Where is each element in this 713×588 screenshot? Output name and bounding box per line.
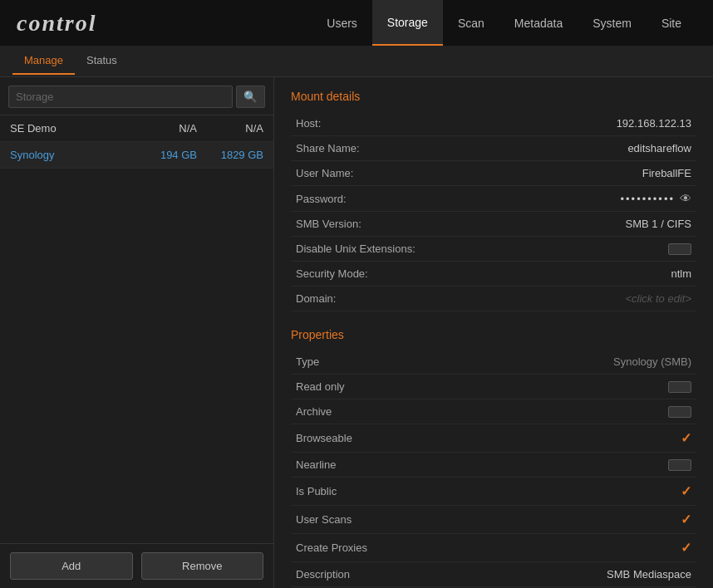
disable-unix-toggle[interactable]: [668, 243, 691, 255]
left-panel: 🔍 SE Demo N/A N/A Synology 194 GB 1829 G…: [0, 77, 274, 588]
check-cell: ✓: [474, 506, 696, 534]
table-row: Description SMB Mediaspace: [291, 562, 696, 587]
field-label: Archive: [291, 399, 474, 424]
table-row: Share Name: editshareflow: [291, 136, 696, 161]
nav-item-system[interactable]: System: [578, 0, 647, 46]
table-row: Type Synology (SMB): [291, 350, 696, 375]
field-label: Nearline: [291, 453, 474, 478]
toggle-cell: [474, 399, 696, 424]
header: control Users Storage Scan Metadata Syst…: [0, 0, 713, 46]
is-public-check[interactable]: ✓: [681, 483, 691, 499]
table-row: Read only: [291, 375, 696, 399]
table-row: SMB Version: SMB 1 / CIFS: [291, 212, 696, 237]
password-dots: ••••••••••: [620, 193, 675, 205]
read-only-toggle[interactable]: [668, 381, 691, 393]
storage-item-name: SE Demo: [10, 122, 130, 135]
sub-tabs: Manage Status: [0, 46, 713, 77]
field-label: User Name:: [291, 161, 474, 186]
field-label: Disable Unix Extensions:: [291, 237, 474, 262]
table-row: Domain: <click to edit>: [291, 287, 696, 311]
field-label: Security Mode:: [291, 262, 474, 287]
check-cell: ✓: [474, 478, 696, 506]
field-label: Host:: [291, 111, 474, 136]
right-panel: Mount details Host: 192.168.122.13 Share…: [274, 77, 713, 588]
field-label: Type: [291, 350, 474, 375]
storage-list: SE Demo N/A N/A Synology 194 GB 1829 GB: [0, 115, 273, 543]
properties-title: Properties: [291, 328, 696, 341]
field-label: Read only: [291, 375, 474, 399]
field-label: SMB Version:: [291, 212, 474, 237]
toggle-cell: [474, 453, 696, 478]
table-row: Is Public ✓: [291, 478, 696, 506]
properties-table: Type Synology (SMB) Read only Archive: [291, 350, 696, 588]
logo: control: [17, 10, 96, 37]
field-label: Browseable: [291, 424, 474, 453]
toggle-cell: [474, 375, 696, 399]
storage-item-val2: N/A: [197, 122, 263, 135]
password-field: •••••••••• 👁: [474, 186, 696, 212]
nav-items: Users Storage Scan Metadata System Site: [312, 0, 696, 46]
nav-item-storage[interactable]: Storage: [372, 0, 443, 46]
table-row: Create Proxies ✓: [291, 534, 696, 562]
check-cell: ✓: [474, 424, 696, 453]
storage-item-synology[interactable]: Synology 194 GB 1829 GB: [0, 142, 273, 169]
remove-button[interactable]: Remove: [141, 552, 264, 580]
table-row: Security Mode: ntlm: [291, 262, 696, 287]
create-proxies-check[interactable]: ✓: [681, 540, 691, 556]
toggle-cell: [474, 237, 696, 262]
placeholder-text: <click to edit>: [626, 292, 692, 305]
field-value: SMB 1 / CIFS: [474, 212, 696, 237]
field-value: 192.168.122.13: [474, 111, 696, 136]
table-row: Browseable ✓: [291, 424, 696, 453]
main-layout: 🔍 SE Demo N/A N/A Synology 194 GB 1829 G…: [0, 77, 713, 588]
field-value[interactable]: <click to edit>: [474, 287, 696, 311]
storage-item-name: Synology: [10, 149, 130, 161]
table-row: Nearline: [291, 453, 696, 478]
table-row: Archive: [291, 399, 696, 424]
archive-toggle[interactable]: [668, 406, 691, 418]
field-label: Password:: [291, 186, 474, 212]
search-button[interactable]: 🔍: [236, 86, 265, 108]
storage-item-val1: 194 GB: [130, 149, 197, 161]
tab-manage[interactable]: Manage: [12, 47, 75, 75]
user-scans-check[interactable]: ✓: [681, 512, 691, 527]
field-label: Create Proxies: [291, 534, 474, 562]
field-value: editshareflow: [474, 136, 696, 161]
eye-icon[interactable]: 👁: [680, 192, 691, 205]
mount-details-table: Host: 192.168.122.13 Share Name: editsha…: [291, 111, 696, 311]
search-input[interactable]: [8, 86, 233, 108]
storage-item-val2: 1829 GB: [197, 149, 263, 161]
table-row: User Scans ✓: [291, 506, 696, 534]
nav-item-scan[interactable]: Scan: [443, 0, 499, 46]
left-footer: Add Remove: [0, 543, 273, 588]
nav-item-metadata[interactable]: Metadata: [499, 0, 578, 46]
nearline-toggle[interactable]: [668, 459, 691, 471]
storage-item-se-demo[interactable]: SE Demo N/A N/A: [0, 115, 273, 142]
field-value: ntlm: [474, 262, 696, 287]
browseable-check[interactable]: ✓: [681, 430, 691, 446]
field-label: Share Name:: [291, 136, 474, 161]
add-button[interactable]: Add: [10, 552, 133, 580]
table-row: User Name: FireballFE: [291, 161, 696, 186]
nav-item-site[interactable]: Site: [647, 0, 696, 46]
search-bar: 🔍: [0, 77, 273, 115]
check-cell: ✓: [474, 534, 696, 562]
table-row: Disable Unix Extensions:: [291, 237, 696, 262]
table-row: Password: •••••••••• 👁: [291, 186, 696, 212]
tab-status[interactable]: Status: [75, 47, 129, 75]
field-value: FireballFE: [474, 161, 696, 186]
field-value: SMB Mediaspace: [474, 562, 696, 587]
mount-details-title: Mount details: [291, 90, 696, 103]
nav-item-users[interactable]: Users: [312, 0, 372, 46]
field-value: Synology (SMB): [474, 350, 696, 375]
field-label: Description: [291, 562, 474, 587]
field-label: Is Public: [291, 478, 474, 506]
storage-item-val1: N/A: [130, 122, 197, 135]
table-row: Host: 192.168.122.13: [291, 111, 696, 136]
field-label: User Scans: [291, 506, 474, 534]
field-label: Domain:: [291, 287, 474, 311]
